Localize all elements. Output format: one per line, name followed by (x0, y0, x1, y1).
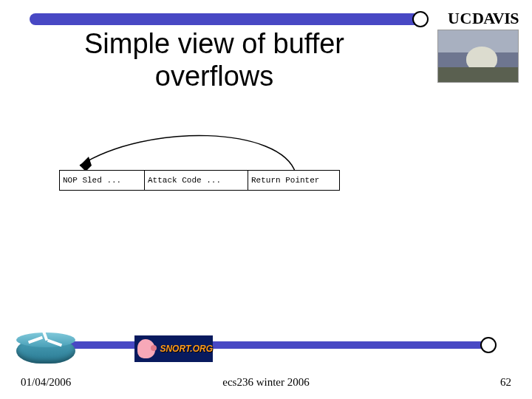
snort-pig-icon (137, 339, 155, 358)
header-photo (437, 30, 519, 83)
slide-title: Simple view of buffer overflows (66, 28, 362, 92)
buffer-layout-row: NOP Sled ... Attack Code ... Return Poin… (59, 170, 340, 191)
footer-course: ecs236 winter 2006 (222, 376, 309, 389)
footer-date: 01/04/2006 (21, 376, 71, 389)
buffer-overflow-diagram: NOP Sled ... Attack Code ... Return Poin… (59, 170, 340, 200)
header-accent-bar (30, 13, 421, 25)
header-bar-endcap (412, 11, 429, 27)
return-pointer-arrow (59, 123, 340, 174)
snort-logo: SNORT.ORG (134, 335, 213, 362)
return-pointer-cell: Return Pointer (248, 171, 339, 190)
footer-accent-bar (30, 341, 488, 349)
ucdavis-logo-uc: UC (448, 9, 472, 27)
ucdavis-logo: UCDAVIS (448, 9, 519, 28)
nop-sled-cell: NOP Sled ... (60, 171, 145, 190)
footer: 01/04/2006 ecs236 winter 2006 62 (0, 376, 532, 389)
ucdavis-logo-davis: DAVIS (472, 9, 519, 27)
footer-page-number: 62 (500, 376, 511, 389)
router-icon (10, 327, 81, 368)
snort-logo-text: SNORT.ORG (160, 344, 213, 354)
svg-marker-0 (80, 157, 92, 171)
footer-bar-endcap (480, 337, 497, 353)
attack-code-cell: Attack Code ... (145, 171, 248, 190)
